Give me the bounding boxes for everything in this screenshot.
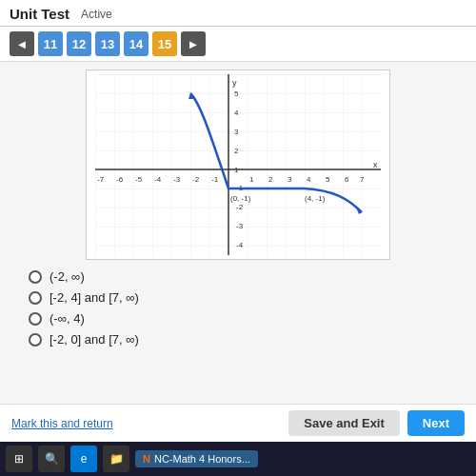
header: Unit Test Active: [0, 0, 476, 27]
coordinate-graph: -7 -6 -5 -4 -3 -2 -1 1 2 3 4 5 6 7 x 5 4…: [95, 74, 381, 255]
option-4-radio[interactable]: [29, 333, 42, 347]
svg-text:-7: -7: [97, 175, 105, 184]
option-3-label: (-∞, 4): [50, 311, 85, 326]
status-badge: Active: [81, 8, 112, 21]
svg-text:-4: -4: [236, 241, 244, 249]
page-title: Unit Test: [10, 6, 69, 22]
svg-text:y: y: [232, 78, 237, 88]
svg-text:1: 1: [234, 166, 239, 174]
edge-icon[interactable]: e: [70, 446, 97, 472]
svg-text:3: 3: [234, 128, 239, 136]
svg-text:-3: -3: [236, 222, 244, 230]
question-nav: ◄ 11 12 13 14 15 ►: [0, 27, 476, 62]
app-logo: N: [143, 453, 150, 465]
search-taskbar-icon[interactable]: 🔍: [38, 446, 65, 472]
mark-return-link[interactable]: Mark this and return: [11, 417, 113, 430]
svg-text:4: 4: [234, 109, 239, 117]
question-14-button[interactable]: 14: [124, 31, 149, 56]
option-4-row: [-2, 0] and [7, ∞): [29, 332, 466, 347]
option-2-radio[interactable]: [29, 291, 42, 305]
svg-text:-2: -2: [192, 175, 200, 184]
svg-text:7: 7: [360, 175, 365, 184]
footer-buttons: Save and Exit Next: [288, 410, 465, 436]
svg-text:-2: -2: [236, 203, 244, 211]
taskbar: ⊞ 🔍 e 📁 N NC-Math 4 Honors...: [0, 442, 476, 476]
svg-text:2: 2: [268, 175, 273, 184]
content-area: -7 -6 -5 -4 -3 -2 -1 1 2 3 4 5 6 7 x 5 4…: [0, 62, 476, 404]
svg-text:x: x: [373, 160, 378, 169]
option-1-label: (-2, ∞): [50, 269, 85, 284]
next-button[interactable]: Next: [407, 410, 465, 436]
app-label: NC-Math 4 Honors...: [154, 453, 250, 465]
svg-text:5: 5: [234, 89, 239, 98]
svg-text:-3: -3: [173, 175, 181, 184]
svg-text:-6: -6: [116, 175, 124, 184]
svg-text:3: 3: [288, 175, 292, 184]
question-13-button[interactable]: 13: [95, 31, 120, 56]
question-15-button[interactable]: 15: [152, 31, 177, 56]
option-4-label: [-2, 0] and [7, ∞): [50, 332, 139, 347]
active-app[interactable]: N NC-Math 4 Honors...: [135, 450, 258, 467]
svg-text:4: 4: [307, 175, 311, 184]
option-2-label: [-2, 4] and [7, ∞): [50, 290, 139, 305]
option-3-radio[interactable]: [29, 312, 42, 326]
footer: Mark this and return Save and Exit Next: [0, 404, 476, 442]
question-12-button[interactable]: 12: [67, 31, 91, 56]
save-exit-button[interactable]: Save and Exit: [288, 410, 400, 436]
svg-text:-1: -1: [211, 175, 219, 184]
option-1-row: (-2, ∞): [29, 269, 466, 284]
svg-text:(4, -1): (4, -1): [305, 194, 326, 203]
prev-button[interactable]: ◄: [10, 31, 34, 56]
option-3-row: (-∞, 4): [29, 311, 466, 326]
folder-icon[interactable]: 📁: [103, 446, 129, 472]
svg-text:6: 6: [345, 175, 349, 184]
svg-text:(0, -1): (0, -1): [230, 194, 251, 203]
svg-text:-5: -5: [135, 175, 143, 184]
svg-text:2: 2: [234, 147, 239, 155]
option-1-radio[interactable]: [29, 270, 42, 284]
svg-text:1: 1: [249, 175, 254, 184]
start-icon[interactable]: ⊞: [6, 446, 32, 472]
answer-options: (-2, ∞) [-2, 4] and [7, ∞) (-∞, 4) [-2, …: [10, 269, 466, 347]
main-screen: Unit Test Active ◄ 11 12 13 14 15 ►: [0, 0, 476, 476]
option-2-row: [-2, 4] and [7, ∞): [29, 290, 466, 305]
graph-container: -7 -6 -5 -4 -3 -2 -1 1 2 3 4 5 6 7 x 5 4…: [86, 69, 390, 260]
question-11-button[interactable]: 11: [38, 31, 63, 56]
next-nav-button[interactable]: ►: [181, 31, 206, 56]
svg-text:-4: -4: [154, 175, 162, 184]
svg-text:5: 5: [326, 175, 330, 184]
